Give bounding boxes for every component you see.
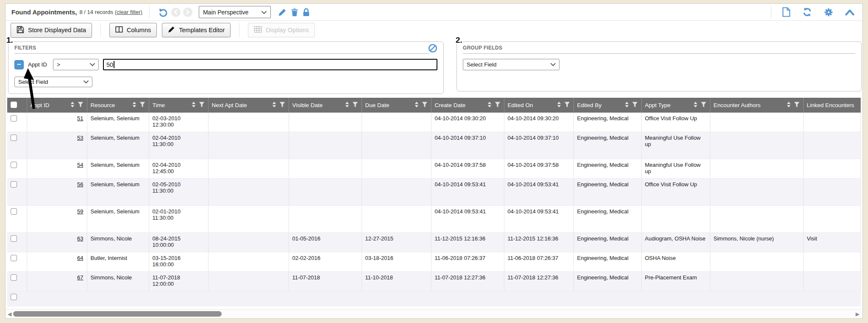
sort-icon[interactable] (132, 102, 136, 109)
row-checkbox[interactable] (11, 274, 17, 281)
column-header-appt-id[interactable]: Appt ID (27, 98, 87, 113)
perspective-select[interactable]: Main Perspective (199, 6, 271, 18)
table-cell: 11-07-2018 12:27:36 (431, 272, 504, 291)
scroll-right-icon[interactable]: ▶ (856, 311, 860, 317)
column-header-label: Due Date (365, 102, 412, 108)
sort-icon[interactable] (693, 102, 698, 109)
select-all-checkbox[interactable] (11, 102, 17, 108)
sort-icon[interactable] (272, 102, 276, 109)
sort-icon[interactable] (345, 102, 349, 109)
select-all-header[interactable] (7, 98, 27, 113)
filter-operator-select[interactable]: > (53, 59, 99, 70)
filter-funnel-icon[interactable] (564, 102, 570, 109)
table-cell: Engineering, Medical (573, 179, 641, 206)
appt-id-link[interactable]: 56 (77, 181, 83, 188)
cell-time: 12:00:00 (153, 281, 174, 287)
scroll-left-icon[interactable]: ◀ (8, 311, 11, 317)
filter-funnel-icon[interactable] (199, 102, 205, 109)
filter-funnel-icon[interactable] (139, 102, 145, 109)
column-header-due-date[interactable]: Due Date (362, 98, 431, 113)
filter-funnel-icon[interactable] (794, 102, 800, 109)
row-select-cell (7, 159, 27, 179)
column-header-time[interactable]: Time (149, 98, 208, 113)
clear-filters-icon[interactable] (428, 44, 437, 55)
column-header-label: Time (153, 102, 189, 108)
filter-funnel-icon[interactable] (632, 102, 638, 109)
filter-funnel-icon[interactable] (495, 102, 501, 109)
column-header-appt-type[interactable]: Appt Type (641, 98, 710, 113)
table-cell: 53 (27, 132, 87, 159)
filter-funnel-icon[interactable] (78, 102, 83, 109)
filter-funnel-icon[interactable] (352, 102, 358, 109)
cell-time: 11:30:00 (153, 141, 174, 147)
columns-label: Columns (127, 27, 151, 33)
sort-icon[interactable] (70, 102, 75, 109)
column-header-create-date[interactable]: Create Date (431, 98, 504, 113)
store-displayed-data-button[interactable]: Store Displayed Data (11, 23, 92, 38)
appt-id-link[interactable]: 59 (77, 208, 83, 215)
table-cell: 59 (27, 206, 87, 233)
table-row: 51Selenium, Selenium02-03-201012:30:0004… (7, 113, 861, 132)
column-header-resource[interactable]: Resource (87, 98, 149, 113)
delete-perspective-icon[interactable] (291, 8, 298, 17)
appt-id-link[interactable]: 53 (77, 135, 83, 141)
clear-filter-link[interactable]: (clear filter) (115, 9, 142, 15)
column-header-linked-encounters: Linked Encounters (803, 98, 861, 113)
templates-editor-button[interactable]: Templates Editor (162, 23, 231, 37)
appt-id-link[interactable]: 64 (77, 255, 83, 261)
sort-icon[interactable] (787, 102, 791, 109)
row-checkbox[interactable] (11, 208, 17, 215)
add-filter-field-select[interactable]: Select Field (14, 77, 92, 87)
row-checkbox[interactable] (11, 294, 17, 300)
appt-id-link[interactable]: 63 (77, 235, 83, 242)
filter-funnel-icon[interactable] (422, 102, 428, 109)
new-document-icon[interactable] (782, 7, 790, 17)
column-header-encounter-authors[interactable]: Encounter Authors (710, 98, 803, 113)
filter-value-input[interactable]: 50 (103, 59, 437, 70)
column-header-edited-on[interactable]: Edited On (504, 98, 573, 113)
table-cell: 04-10-2014 09:30:20 (504, 113, 573, 132)
filter-funnel-icon[interactable] (279, 102, 285, 109)
row-checkbox[interactable] (11, 115, 17, 121)
sort-icon[interactable] (557, 102, 561, 109)
collapse-chevron-icon[interactable] (845, 9, 854, 16)
horizontal-scrollbar[interactable]: ◀ ▶ (6, 309, 862, 318)
sort-icon[interactable] (192, 102, 196, 109)
row-checkbox[interactable] (11, 255, 17, 261)
sort-icon[interactable] (625, 102, 629, 109)
column-header-label: Edited By (577, 102, 622, 108)
annotation-badge-1: 1. (6, 36, 13, 45)
scrollbar-thumb[interactable] (13, 311, 222, 317)
edit-perspective-icon[interactable] (278, 8, 287, 17)
columns-button[interactable]: Columns (109, 23, 157, 37)
row-checkbox[interactable] (11, 181, 17, 188)
remove-filter-button[interactable]: − (14, 60, 24, 69)
filter-value-text: 50 (106, 61, 113, 68)
table-cell: 11-12-2015 12:16:36 (431, 233, 504, 252)
column-header-label: Linked Encounters (807, 102, 857, 108)
column-header-edited-by[interactable]: Edited By (573, 98, 641, 113)
column-header-label: Appt ID (31, 102, 68, 108)
sort-icon[interactable] (415, 102, 419, 109)
filter-funnel-icon[interactable] (701, 102, 707, 109)
group-field-select[interactable]: Select Field (463, 59, 559, 70)
appt-id-link[interactable]: 54 (77, 162, 83, 168)
row-checkbox[interactable] (11, 135, 17, 141)
row-select-cell (7, 272, 27, 291)
table-cell: Selenium, Selenium (87, 206, 149, 233)
refresh-icon[interactable] (802, 7, 812, 17)
appt-id-link[interactable]: 67 (77, 274, 83, 281)
lock-perspective-icon[interactable] (303, 8, 310, 17)
record-count: 8 / 14 records (79, 9, 113, 15)
divider (149, 6, 150, 18)
row-checkbox[interactable] (11, 235, 17, 242)
undo-icon[interactable] (159, 8, 168, 17)
column-header-next-apt-date[interactable]: Next Apt Date (208, 98, 289, 113)
settings-gear-icon[interactable] (824, 8, 833, 17)
table-cell: 64 (27, 252, 87, 272)
appt-id-link[interactable]: 51 (77, 115, 83, 121)
row-checkbox[interactable] (11, 162, 17, 168)
sort-icon[interactable] (487, 102, 492, 109)
button-toolbar: Store Displayed Data Columns Templates E… (6, 21, 862, 39)
column-header-visible-date[interactable]: Visible Date (289, 98, 362, 113)
